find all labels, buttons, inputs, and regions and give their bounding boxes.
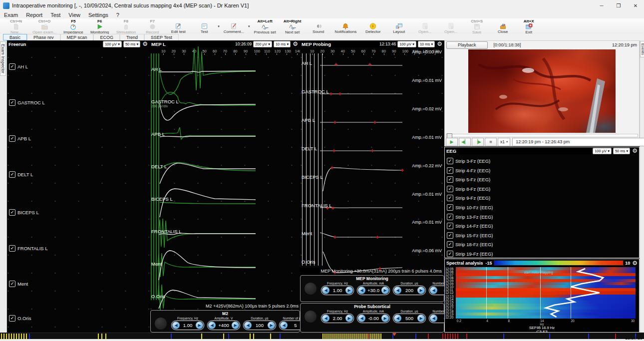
tab-ecog[interactable]: ECOG [93,34,120,40]
layout-button[interactable]: Layout [386,18,412,34]
step-back-button[interactable]: ◀▏ [459,138,471,146]
channel-checkbox[interactable]: ✓ [9,135,15,142]
strip-checkbox[interactable]: ✓ [447,214,453,220]
tab-basic[interactable]: Basic [3,34,27,40]
exam-inspector-tab[interactable]: Exam Inspector [0,41,6,76]
increment-button[interactable]: ▶ [381,287,389,294]
field-value[interactable]: 1.00 [180,323,196,328]
menu-item-report[interactable]: Report [22,12,46,18]
notifications-button[interactable]: Notifications [331,18,360,34]
detector-button[interactable]: Detector [360,18,386,34]
decrement-button[interactable]: ◀ [394,287,401,294]
menu-item-help[interactable]: ? [112,12,123,18]
field-value[interactable]: +30.0 [365,288,381,293]
menu-item-view[interactable]: View [64,12,84,18]
sound-button[interactable]: Sound [306,18,331,34]
channel-checkbox[interactable]: ✓ [9,315,15,322]
menu-item-exam[interactable]: Exam [0,12,22,18]
maximize-button[interactable]: ❐ [610,0,627,11]
monitoring-button[interactable]: F6Monitoring [87,18,113,34]
channel-checkbox[interactable]: ✓ [9,171,15,178]
eeg-scale-select[interactable]: 100 μV ▾ [593,148,612,154]
impedance-button[interactable]: F5Impedance [60,18,87,34]
decrement-button[interactable]: ◀ [430,287,437,294]
channel-checkbox[interactable]: ✓ [9,281,15,287]
video-seek-slider[interactable] [446,134,638,137]
decrement-button[interactable]: ◀ [358,287,365,294]
field-value[interactable]: -0.00 [365,316,381,321]
stimulator-indicator[interactable] [305,283,317,295]
tab-phase-rev[interactable]: Phase rev [27,34,60,40]
freerun-time-select[interactable]: 50 ms ▾ [123,41,140,47]
strip-checkbox[interactable]: ✓ [447,167,453,174]
next-set-button[interactable]: Alt+RightNext set [280,18,306,34]
stimulator-indicator[interactable] [155,318,167,330]
freerun-scale-select[interactable]: 100 μV ▾ [103,41,122,47]
close-window-button[interactable]: ✕ [627,0,644,11]
save-button[interactable]: Ctrl+SSave [464,18,490,34]
strip-checkbox[interactable]: ✓ [447,158,453,164]
increment-button[interactable]: ▶ [345,315,353,322]
gear-icon[interactable]: ⚙ [632,147,638,154]
events-tab[interactable]: Events [640,41,644,57]
decrement-button[interactable]: ◀ [430,315,437,322]
tab-trend[interactable]: Trend [120,34,144,40]
tab-mep-scan[interactable]: MEP scan [60,34,94,40]
increment-button[interactable]: ▶ [196,322,203,329]
tab-ssep-test[interactable]: SSEP Test [144,34,179,40]
channel-checkbox[interactable]: ✓ [9,63,15,70]
test-button[interactable]: Test [191,18,217,34]
decrement-button[interactable]: ◀ [280,322,288,329]
strip-checkbox[interactable]: ✓ [447,195,453,201]
gear-icon[interactable]: ⚙ [293,40,298,47]
decrement-button[interactable]: ◀ [322,315,329,322]
comment-button[interactable]: Comment... [220,18,248,34]
field-value[interactable]: 2.00 [329,316,345,321]
strip-checkbox[interactable]: ✓ [447,176,453,183]
increment-button[interactable]: ▶ [268,322,275,329]
timeline-position-marker[interactable] [392,333,396,336]
menu-item-settings[interactable]: Settings [84,12,112,18]
stop-button[interactable]: ■ [485,138,497,146]
mep-l-scale-select[interactable]: 200 μV ▾ [253,41,272,47]
channel-checkbox[interactable]: ✓ [9,99,15,106]
open-exam-button[interactable]: Ctrl+OOpen exam... [29,18,60,34]
field-value[interactable]: 1.00 [329,288,345,293]
decrement-button[interactable]: ◀ [208,322,216,329]
edit-test-button[interactable]: Edit test [165,18,191,34]
field-value[interactable]: 200 [401,288,417,293]
field-value[interactable]: +400 [216,323,232,328]
mep-probing-time-select[interactable]: 10 ms ▾ [418,41,435,47]
channel-checkbox[interactable]: ✓ [9,245,15,252]
mep-l-time-select[interactable]: 10 ms ▾ [274,41,291,47]
decrement-button[interactable]: ◀ [358,315,365,322]
increment-button[interactable]: ▶ [232,322,239,329]
mep-probing-scale-select[interactable]: 100 μV ▾ [397,41,416,47]
decrement-button[interactable]: ◀ [394,315,401,322]
record-button[interactable]: F7Record [139,18,165,34]
new-button[interactable]: Ctrl+NNew... [3,18,29,34]
strip-checkbox[interactable]: ✓ [447,204,453,211]
strip-checkbox[interactable]: ✓ [447,223,453,229]
increment-button[interactable]: ▶ [417,287,425,294]
decrement-button[interactable]: ◀ [172,322,180,329]
open-2-button[interactable]: Open... [438,18,464,34]
strip-checkbox[interactable]: ✓ [447,241,453,248]
gear-icon[interactable]: ⚙ [437,40,442,47]
exit-button[interactable]: Alt+XExit [516,18,542,34]
stimulation-button[interactable]: F8Stimulation [113,18,140,34]
increment-button[interactable]: ▶ [417,315,425,322]
increment-button[interactable]: ▶ [381,315,389,322]
step-forward-button[interactable]: ▕▶ [472,138,484,146]
decrement-button[interactable]: ◀ [244,322,252,329]
strip-checkbox[interactable]: ✓ [447,232,453,239]
increment-button[interactable]: ▶ [345,287,353,294]
play-button[interactable]: ▶ [446,138,458,146]
field-value[interactable]: 500 [401,316,417,321]
stimulator-indicator[interactable] [305,311,317,323]
time-range-select[interactable]: 12:20:19 pm - 12:26:43 pm▾ [512,138,644,146]
channel-checkbox[interactable]: ✓ [9,209,15,216]
decrement-button[interactable]: ◀ [322,287,329,294]
playback-button[interactable]: Playback [446,41,488,49]
strip-checkbox[interactable]: ✓ [447,186,453,192]
